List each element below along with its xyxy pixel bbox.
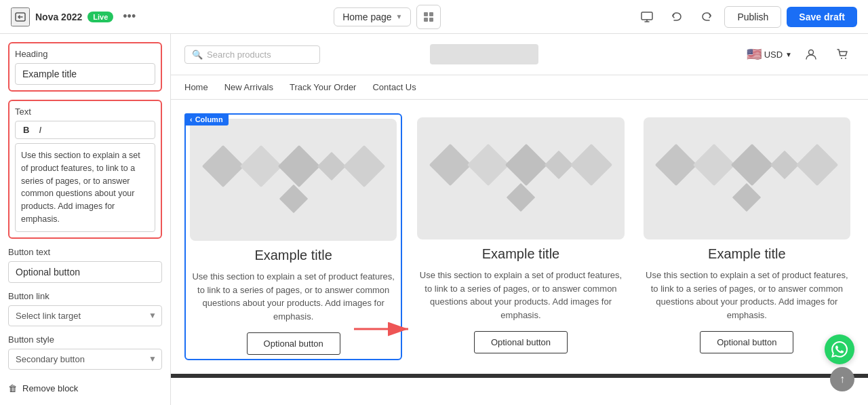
svg-point-8 — [845, 58, 846, 59]
undo-button[interactable] — [665, 5, 689, 29]
button-style-select[interactable]: Secondary button — [8, 349, 162, 370]
product-card-1[interactable]: ‹ Column Example title — [184, 113, 402, 360]
main-content: 🔍 Search products 🇺🇸 USD ▼ — [171, 34, 868, 405]
product-card-3: Example title Use this section to explai… — [639, 113, 854, 360]
chevron-down-icon: ▼ — [785, 51, 792, 58]
product-title-1: Example title — [254, 248, 332, 263]
italic-button[interactable]: I — [35, 124, 45, 136]
topbar: Nova 2022 Live ••• Home page ▼ — [0, 0, 868, 34]
product-btn-3[interactable]: Optional button — [700, 331, 793, 353]
page-selector[interactable]: Home page ▼ — [334, 7, 411, 26]
scroll-top-button[interactable]: ↑ — [830, 367, 854, 391]
remove-block-label: Remove block — [22, 383, 78, 393]
cart-button[interactable] — [830, 42, 854, 66]
remove-block-button[interactable]: 🗑 Remove block — [8, 381, 162, 396]
topbar-left: Nova 2022 Live ••• — [11, 7, 140, 26]
svg-point-7 — [841, 58, 842, 59]
products-section: ‹ Column Example title — [171, 100, 868, 374]
bold-button[interactable]: B — [20, 124, 33, 136]
page-name: Home page — [342, 12, 391, 22]
svg-rect-2 — [429, 12, 433, 16]
canvas: 🔍 Search products 🇺🇸 USD ▼ — [171, 34, 868, 405]
product-btn-1[interactable]: Optional button — [247, 332, 340, 355]
button-style-wrapper: Secondary button ▼ — [8, 349, 162, 370]
heading-field-group: Heading — [15, 49, 155, 85]
heading-label: Heading — [15, 49, 155, 59]
topbar-right: Publish Save draft — [635, 5, 857, 29]
text-content-area[interactable]: Use this section to explain a set of pro… — [15, 143, 155, 232]
desktop-view-button[interactable] — [635, 5, 659, 29]
heading-input[interactable] — [15, 63, 155, 85]
product-card-2: Example title Use this section to explai… — [413, 113, 628, 360]
store-nav: Home New Arrivals Track Your Order Conta… — [171, 75, 868, 100]
back-button[interactable] — [11, 7, 30, 26]
button-text-field-group: Button text — [8, 247, 162, 283]
account-button[interactable] — [799, 42, 823, 66]
trash-icon: 🗑 — [8, 383, 17, 393]
currency-label: USD — [764, 50, 783, 60]
nav-new-arrivals[interactable]: New Arrivals — [224, 82, 273, 92]
product-title-3: Example title — [708, 246, 786, 262]
chevron-left-icon: ‹ — [190, 115, 193, 123]
button-text-input[interactable] — [8, 261, 162, 283]
product-image-1 — [190, 119, 397, 241]
product-desc-2: Use this section to explain a set of pro… — [417, 269, 624, 322]
header-right: 🇺🇸 USD ▼ — [747, 42, 854, 66]
sidebar: Heading Text B I Use this section to exp… — [0, 34, 171, 405]
text-editor-section: Text B I Use this section to explain a s… — [8, 100, 162, 239]
product-image-2 — [417, 117, 624, 239]
whatsapp-fab[interactable] — [825, 334, 854, 364]
topbar-center: Home page ▼ — [148, 5, 627, 29]
search-bar[interactable]: 🔍 Search products — [184, 45, 320, 64]
column-tag-label: Column — [195, 115, 223, 123]
nav-contact-us[interactable]: Contact Us — [372, 82, 416, 92]
svg-rect-4 — [429, 18, 433, 22]
search-placeholder: Search products — [207, 50, 271, 60]
store-logo — [430, 44, 538, 64]
button-link-field-group: Button link Select link target ▼ — [8, 291, 162, 326]
currency-selector[interactable]: 🇺🇸 USD ▼ — [747, 47, 792, 62]
text-toolbar: B I — [15, 121, 155, 139]
nav-home[interactable]: Home — [184, 82, 208, 92]
product-desc-1: Use this section to explain a set of pro… — [190, 270, 397, 323]
live-badge: Live — [87, 12, 113, 22]
svg-rect-5 — [642, 12, 652, 20]
button-style-field-group: Button style Secondary button ▼ — [8, 334, 162, 370]
product-image-3 — [644, 117, 850, 239]
button-link-label: Button link — [8, 291, 162, 301]
more-button[interactable]: ••• — [119, 7, 140, 26]
arrow-up-icon: ↑ — [840, 373, 845, 385]
column-tag: ‹ Column — [184, 113, 229, 126]
grid-view-button[interactable] — [416, 5, 441, 29]
product-title-2: Example title — [482, 246, 560, 262]
link-target-wrapper: Select link target ▼ — [8, 305, 162, 326]
save-draft-button[interactable]: Save draft — [787, 7, 857, 27]
site-name: Nova 2022 — [35, 12, 82, 22]
product-desc-3: Use this section to explain a set of pro… — [644, 269, 850, 322]
heading-section: Heading — [8, 42, 162, 92]
canvas-bottom-border — [171, 374, 868, 378]
redo-button[interactable] — [694, 5, 719, 29]
store-header: 🔍 Search products 🇺🇸 USD ▼ — [171, 34, 868, 75]
svg-point-6 — [809, 50, 814, 55]
text-label: Text — [15, 107, 155, 117]
search-icon: 🔍 — [192, 50, 203, 60]
link-target-select[interactable]: Select link target — [8, 305, 162, 326]
svg-rect-3 — [424, 18, 428, 22]
button-text-label: Button text — [8, 247, 162, 257]
svg-rect-1 — [424, 12, 428, 16]
flag-icon: 🇺🇸 — [747, 47, 762, 62]
button-style-label: Button style — [8, 334, 162, 345]
product-btn-2[interactable]: Optional button — [474, 331, 568, 353]
publish-button[interactable]: Publish — [724, 6, 781, 28]
chevron-down-icon: ▼ — [396, 13, 403, 20]
nav-track-order[interactable]: Track Your Order — [290, 82, 357, 92]
layout: Heading Text B I Use this section to exp… — [0, 34, 868, 405]
